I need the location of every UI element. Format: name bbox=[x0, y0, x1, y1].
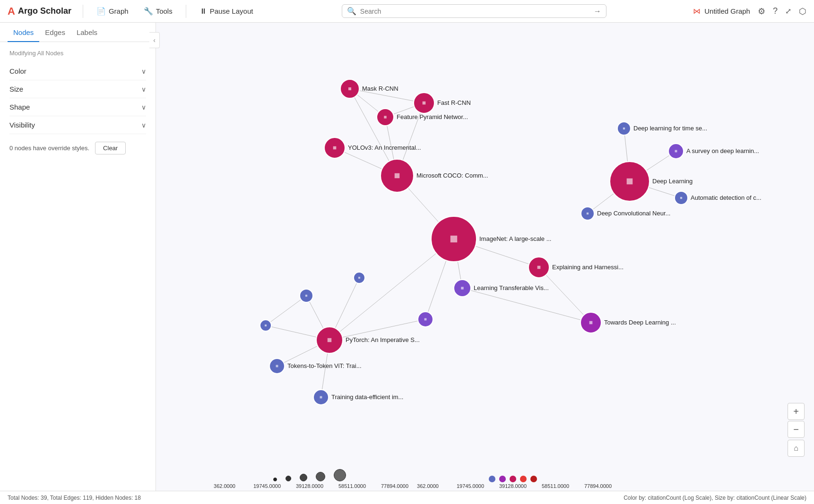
svg-rect-28 bbox=[423, 102, 426, 105]
legend-size-val-1: 362.0000 bbox=[203, 483, 246, 489]
topnav: A Argo Scholar 📄 Graph 🔧 Tools ⏸ Pause L… bbox=[0, 0, 814, 23]
logo: A Argo Scholar bbox=[8, 5, 71, 17]
color-legend: 362.0000 19745.0000 39128.0000 58511.000… bbox=[407, 476, 619, 489]
zoom-out-button[interactable]: − bbox=[788, 421, 805, 438]
svg-rect-38 bbox=[537, 266, 541, 269]
nav-divider-2 bbox=[186, 5, 186, 18]
svg-line-21 bbox=[539, 267, 591, 323]
svg-rect-46 bbox=[320, 396, 322, 399]
sidebar: Nodes Edges Labels Modifying All Nodes C… bbox=[0, 23, 156, 491]
sidebar-tabs: Nodes Edges Labels bbox=[0, 23, 156, 42]
visibility-property-row[interactable]: Visibility ∨ bbox=[9, 116, 146, 134]
graph-button[interactable]: 📄 Graph bbox=[91, 4, 134, 18]
svg-rect-50 bbox=[623, 128, 625, 129]
legend-color-val-3: 39128.0000 bbox=[492, 483, 534, 489]
svg-rect-40 bbox=[461, 287, 463, 289]
github-icon[interactable]: ⬡ bbox=[799, 6, 806, 17]
svg-text:Microsoft COCO: Comm...: Microsoft COCO: Comm... bbox=[416, 172, 488, 179]
svg-text:Learning Transferable Vis...: Learning Transferable Vis... bbox=[474, 284, 549, 291]
svg-rect-58 bbox=[589, 321, 593, 325]
color-property-row[interactable]: Color ∨ bbox=[9, 62, 146, 80]
legend-size-val-4: 58511.0000 bbox=[331, 483, 373, 489]
graph-label: Graph bbox=[109, 7, 129, 15]
svg-rect-52 bbox=[675, 150, 677, 153]
svg-text:Fast R-CNN: Fast R-CNN bbox=[437, 99, 471, 106]
svg-rect-62 bbox=[305, 295, 307, 297]
tab-nodes[interactable]: Nodes bbox=[8, 23, 39, 42]
modifying-label: Modifying All Nodes bbox=[9, 50, 146, 57]
sidebar-collapse-button[interactable]: ‹ bbox=[149, 32, 160, 48]
shape-property-row[interactable]: Shape ∨ bbox=[9, 98, 146, 116]
svg-text:Automatic detection of c...: Automatic detection of c... bbox=[691, 194, 762, 201]
graph-title-label: Untitled Graph bbox=[704, 7, 750, 15]
svg-rect-54 bbox=[680, 197, 682, 199]
color-chevron-icon: ∨ bbox=[141, 68, 146, 75]
graph-icon: 📄 bbox=[96, 7, 106, 16]
svg-rect-44 bbox=[276, 365, 278, 367]
legend-color-val-1: 362.0000 bbox=[407, 483, 449, 489]
svg-text:Deep learning for time se...: Deep learning for time se... bbox=[633, 125, 707, 132]
svg-text:PyTorch: An Imperative S...: PyTorch: An Imperative S... bbox=[346, 336, 420, 343]
svg-rect-60 bbox=[358, 277, 360, 279]
svg-line-10 bbox=[329, 239, 454, 340]
zoom-home-button[interactable]: ⌂ bbox=[788, 440, 805, 457]
tools-icon: 🔧 bbox=[144, 7, 153, 16]
svg-rect-56 bbox=[587, 213, 589, 214]
graph-title-area: ⋈ Untitled Graph bbox=[693, 7, 750, 16]
legend-color-val-5: 77894.0000 bbox=[577, 483, 619, 489]
search-input[interactable] bbox=[360, 8, 590, 15]
size-label: Size bbox=[9, 85, 23, 93]
search-icon: 🔍 bbox=[347, 7, 356, 16]
statusbar-left: Total Nodes: 39, Total Edges: 119, Hidde… bbox=[8, 495, 141, 501]
svg-text:A survey on deep learnin...: A survey on deep learnin... bbox=[686, 147, 759, 154]
logo-icon: A bbox=[8, 5, 15, 17]
svg-rect-30 bbox=[384, 116, 386, 118]
shape-chevron-icon: ∨ bbox=[141, 103, 146, 111]
zoom-controls: + − ⌂ bbox=[788, 403, 805, 457]
svg-text:Explaining and Harnessi...: Explaining and Harnessi... bbox=[552, 264, 623, 271]
svg-line-20 bbox=[266, 296, 306, 325]
nav-divider bbox=[83, 5, 83, 18]
svg-rect-34 bbox=[395, 173, 400, 179]
svg-text:Feature Pyramid Networ...: Feature Pyramid Networ... bbox=[397, 113, 468, 120]
svg-text:Tokens-to-Token ViT: Trai...: Tokens-to-Token ViT: Trai... bbox=[287, 362, 362, 369]
app-name: Argo Scholar bbox=[18, 6, 71, 16]
svg-text:Towards Deep Learning ...: Towards Deep Learning ... bbox=[604, 319, 676, 326]
graph-title-icon: ⋈ bbox=[693, 7, 701, 16]
pause-button[interactable]: ⏸ Pause Layout bbox=[194, 4, 259, 18]
tab-edges[interactable]: Edges bbox=[39, 23, 71, 42]
size-chevron-icon: ∨ bbox=[141, 85, 146, 93]
svg-text:YOLOv3: An Incremental...: YOLOv3: An Incremental... bbox=[348, 144, 421, 151]
svg-rect-48 bbox=[627, 179, 633, 185]
size-legend: 362.0000 19745.0000 39128.0000 58511.000… bbox=[203, 469, 416, 489]
search-bar: 🔍 → bbox=[342, 4, 606, 18]
svg-rect-32 bbox=[333, 146, 337, 150]
visibility-chevron-icon: ∨ bbox=[141, 121, 146, 129]
statusbar-right: Color by: citationCount (Log Scale), Siz… bbox=[623, 495, 806, 501]
search-arrow-icon[interactable]: → bbox=[594, 7, 601, 16]
collapse-icon[interactable]: ⤢ bbox=[785, 7, 791, 16]
override-text: 0 nodes have override styles. bbox=[9, 145, 89, 152]
statusbar: Total Nodes: 39, Total Edges: 119, Hidde… bbox=[0, 491, 814, 504]
clear-button[interactable]: Clear bbox=[95, 142, 126, 154]
legend-size-val-3: 39128.0000 bbox=[288, 483, 331, 489]
svg-text:Training data-efficient im...: Training data-efficient im... bbox=[331, 393, 403, 401]
zoom-in-button[interactable]: + bbox=[788, 403, 805, 420]
svg-rect-64 bbox=[265, 325, 267, 326]
svg-line-22 bbox=[462, 288, 591, 323]
svg-text:Deep Learning: Deep Learning bbox=[652, 178, 693, 185]
size-property-row[interactable]: Size ∨ bbox=[9, 80, 146, 98]
svg-rect-66 bbox=[424, 318, 427, 321]
help-icon[interactable]: ? bbox=[773, 6, 778, 16]
tools-button[interactable]: 🔧 Tools bbox=[138, 4, 178, 18]
svg-rect-42 bbox=[328, 338, 331, 342]
svg-text:Mask R-CNN: Mask R-CNN bbox=[362, 85, 398, 92]
legend-color-val-2: 19745.0000 bbox=[449, 483, 492, 489]
color-label: Color bbox=[9, 67, 26, 75]
topnav-icons: ⚙ ? ⤢ ⬡ bbox=[758, 6, 806, 17]
shape-label: Shape bbox=[9, 103, 30, 111]
settings-icon[interactable]: ⚙ bbox=[758, 6, 765, 17]
tools-label: Tools bbox=[156, 7, 173, 15]
svg-text:Deep Convolutional Neur...: Deep Convolutional Neur... bbox=[597, 210, 670, 217]
tab-labels[interactable]: Labels bbox=[71, 23, 103, 42]
